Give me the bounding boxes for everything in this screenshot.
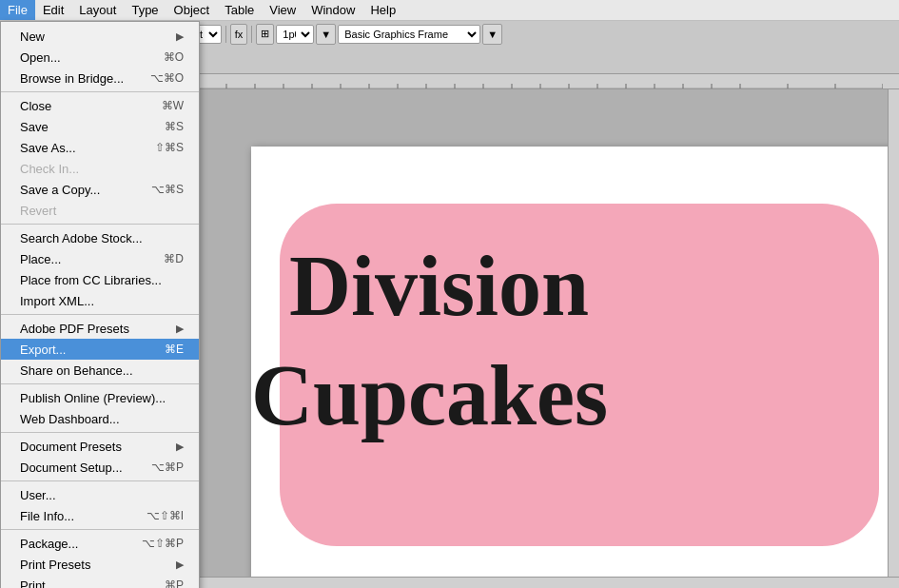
document-page: Division Cupcakes bbox=[251, 147, 898, 584]
sep-5 bbox=[1, 432, 199, 433]
menu-item-web-dashboard[interactable]: Web Dashboard... bbox=[1, 408, 199, 429]
menu-layout[interactable]: Layout bbox=[71, 0, 124, 20]
menu-item-share-behance[interactable]: Share on Behance... bbox=[1, 360, 199, 381]
menu-item-save-shortcut: ⌘S bbox=[165, 120, 184, 133]
sep-7 bbox=[1, 529, 199, 530]
menu-table[interactable]: Table bbox=[217, 0, 262, 20]
menu-item-pdf-arrow: ▶ bbox=[176, 323, 184, 335]
menu-window[interactable]: Window bbox=[303, 0, 362, 20]
menu-help[interactable]: Help bbox=[362, 0, 403, 20]
menu-type[interactable]: Type bbox=[124, 0, 166, 20]
menu-item-export[interactable]: Export... ⌘E bbox=[1, 339, 199, 360]
sep-1 bbox=[1, 91, 199, 92]
menu-item-print-label: Print... bbox=[20, 578, 56, 589]
menu-item-open-label: Open... bbox=[20, 50, 61, 65]
sep-2 bbox=[1, 224, 199, 225]
menu-item-print[interactable]: Print... ⌘P bbox=[1, 575, 199, 588]
menu-item-browse-label: Browse in Bridge... bbox=[20, 71, 124, 86]
menu-item-revert: Revert bbox=[1, 200, 199, 221]
scroll-y[interactable] bbox=[888, 89, 899, 577]
sep-6 bbox=[1, 480, 199, 481]
toolbar-t0p-select[interactable]: 1p0 bbox=[276, 25, 314, 44]
menu-item-save-as[interactable]: Save As... ⇧⌘S bbox=[1, 137, 199, 158]
menu-item-pdf-presets-label: Adobe PDF Presets bbox=[20, 322, 129, 336]
toolbar-sep-5 bbox=[251, 26, 252, 43]
menu-item-publish-online[interactable]: Publish Online (Preview)... bbox=[1, 387, 199, 408]
menu-item-file-info-label: File Info... bbox=[20, 509, 74, 523]
menu-item-doc-setup-shortcut: ⌥⌘P bbox=[151, 461, 184, 474]
menu-object[interactable]: Object bbox=[166, 0, 218, 20]
sep-3 bbox=[1, 314, 199, 315]
menu-item-user-label: User... bbox=[20, 488, 56, 502]
menu-file[interactable]: File bbox=[0, 0, 35, 20]
toolbar-more-btn[interactable]: ▼ bbox=[316, 24, 336, 45]
menu-item-save-as-shortcut: ⇧⌘S bbox=[155, 141, 184, 154]
menu-item-place[interactable]: Place... ⌘D bbox=[1, 248, 199, 269]
document-text-line1: Division bbox=[289, 237, 589, 335]
menu-item-place-cc-label: Place from CC Libraries... bbox=[20, 273, 162, 287]
menu-item-open[interactable]: Open... ⌘O bbox=[1, 47, 199, 68]
toolbar-fx-btn[interactable]: fx bbox=[230, 24, 248, 45]
menu-item-close-label: Close bbox=[20, 99, 51, 113]
menu-item-new[interactable]: New ▶ bbox=[1, 26, 199, 47]
toolbar-sep-4 bbox=[225, 26, 226, 43]
menu-item-new-label: New bbox=[20, 29, 45, 44]
menu-item-import-xml-label: Import XML... bbox=[20, 294, 94, 308]
file-menu-dropdown: New ▶ Open... ⌘O Browse in Bridge... ⌥⌘O… bbox=[0, 21, 200, 588]
menu-item-save-copy-shortcut: ⌥⌘S bbox=[151, 183, 184, 196]
menu-item-open-shortcut: ⌘O bbox=[164, 50, 184, 64]
toolbar-frame-arrow[interactable]: ▼ bbox=[482, 24, 502, 45]
menu-item-print-shortcut: ⌘P bbox=[165, 578, 184, 588]
menu-item-check-in-label: Check In... bbox=[20, 162, 79, 176]
toolbar-frame-select[interactable]: Basic Graphics Frame bbox=[338, 25, 480, 44]
menu-item-web-dashboard-label: Web Dashboard... bbox=[20, 412, 120, 426]
menu-item-package-label: Package... bbox=[20, 537, 78, 551]
menu-item-search-stock[interactable]: Search Adobe Stock... bbox=[1, 227, 199, 248]
menu-item-doc-setup-label: Document Setup... bbox=[20, 461, 123, 475]
menu-item-search-stock-label: Search Adobe Stock... bbox=[20, 231, 143, 245]
menu-item-save[interactable]: Save ⌘S bbox=[1, 116, 199, 137]
menu-item-place-cc[interactable]: Place from CC Libraries... bbox=[1, 269, 199, 290]
menu-item-new-arrow: ▶ bbox=[176, 30, 184, 43]
sep-4 bbox=[1, 383, 199, 384]
menu-item-revert-label: Revert bbox=[20, 204, 56, 218]
menu-item-save-as-label: Save As... bbox=[20, 141, 76, 155]
menu-item-user[interactable]: User... bbox=[1, 484, 199, 505]
menu-item-publish-online-label: Publish Online (Preview)... bbox=[20, 391, 166, 405]
toolbar-grid-btn[interactable]: ⊞ bbox=[256, 24, 274, 45]
menu-item-pdf-presets[interactable]: Adobe PDF Presets ▶ bbox=[1, 318, 199, 339]
menu-item-package-shortcut: ⌥⇧⌘P bbox=[142, 537, 184, 550]
menu-item-doc-presets-arrow: ▶ bbox=[176, 441, 184, 453]
menu-view[interactable]: View bbox=[262, 0, 303, 20]
menu-item-doc-setup[interactable]: Document Setup... ⌥⌘P bbox=[1, 457, 199, 478]
menu-item-save-copy[interactable]: Save a Copy... ⌥⌘S bbox=[1, 179, 199, 200]
menu-item-share-behance-label: Share on Behance... bbox=[20, 363, 133, 378]
menu-item-print-presets[interactable]: Print Presets ▶ bbox=[1, 554, 199, 575]
menu-item-print-presets-arrow: ▶ bbox=[176, 559, 184, 571]
menu-item-export-label: Export... bbox=[20, 343, 66, 357]
menu-item-import-xml[interactable]: Import XML... bbox=[1, 290, 199, 311]
menu-item-browse-shortcut: ⌥⌘O bbox=[150, 71, 184, 85]
menu-item-doc-presets[interactable]: Document Presets ▶ bbox=[1, 436, 199, 457]
menu-item-print-presets-label: Print Presets bbox=[20, 558, 90, 572]
menu-item-save-label: Save bbox=[20, 120, 49, 134]
menu-item-export-shortcut: ⌘E bbox=[165, 343, 184, 356]
document-text-line2: Cupcakes bbox=[251, 346, 608, 444]
menu-item-doc-presets-label: Document Presets bbox=[20, 440, 122, 454]
menu-item-close[interactable]: Close ⌘W bbox=[1, 95, 199, 116]
menu-item-place-shortcut: ⌘D bbox=[164, 252, 184, 265]
menu-item-package[interactable]: Package... ⌥⇧⌘P bbox=[1, 533, 199, 554]
menu-item-browse[interactable]: Browse in Bridge... ⌥⌘O bbox=[1, 68, 199, 88]
menu-bar: File Edit Layout Type Object Table View … bbox=[0, 0, 899, 21]
menu-edit[interactable]: Edit bbox=[35, 0, 71, 20]
menu-item-file-info[interactable]: File Info... ⌥⇧⌘I bbox=[1, 505, 199, 526]
menu-item-close-shortcut: ⌘W bbox=[162, 99, 184, 112]
menu-item-check-in: Check In... bbox=[1, 158, 199, 179]
menu-item-place-label: Place... bbox=[20, 252, 61, 266]
menu-item-file-info-shortcut: ⌥⇧⌘I bbox=[147, 509, 184, 522]
menu-item-save-copy-label: Save a Copy... bbox=[20, 183, 100, 197]
